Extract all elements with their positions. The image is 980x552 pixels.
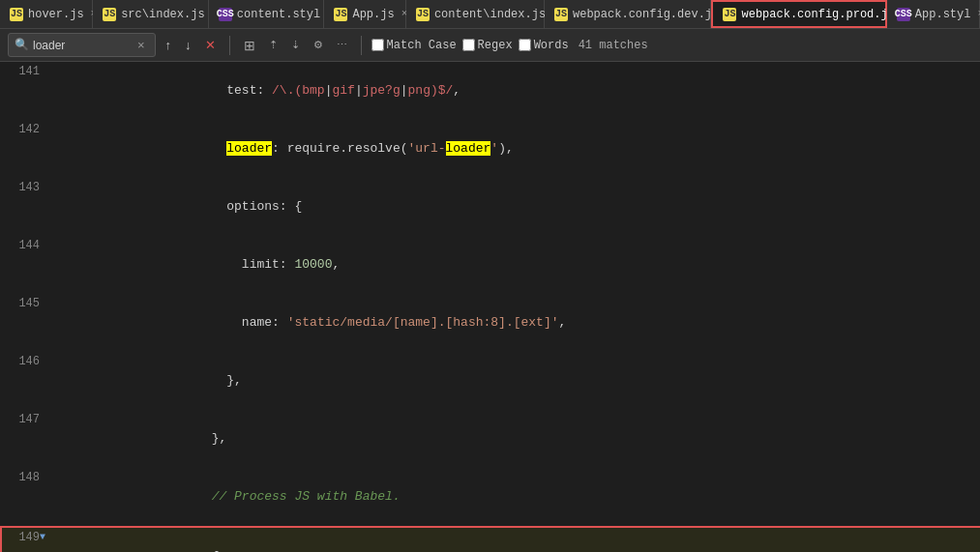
js-icon: JS bbox=[334, 8, 347, 21]
js-icon: JS bbox=[554, 8, 568, 21]
code-line: name: 'static/media/[name].[hash:8].[ext… bbox=[45, 294, 980, 352]
code-line: loader: require.resolve('url-loader'), bbox=[45, 120, 980, 178]
code-line: options: { bbox=[45, 178, 980, 236]
table-row: 144 limit: 10000, bbox=[1, 236, 980, 294]
line-number: 147 bbox=[1, 410, 40, 468]
line-number: 148 bbox=[1, 468, 40, 527]
next-match-button[interactable]: ↓ bbox=[181, 36, 195, 54]
js-icon: JS bbox=[723, 8, 736, 21]
code-line: { bbox=[45, 527, 980, 552]
table-row: 142 loader: require.resolve('url-loader'… bbox=[1, 120, 980, 178]
tab-bar: JS hover.js × JS src\index.js × CSS cont… bbox=[0, 0, 980, 29]
js-icon: JS bbox=[416, 8, 430, 21]
code-table: 141 test: /\.(bmp|gif|jpe?g|png)$/, 142 … bbox=[0, 62, 980, 552]
code-area: 141 test: /\.(bmp|gif|jpe?g|png)$/, 142 … bbox=[0, 62, 980, 552]
tab-app[interactable]: JS App.js × bbox=[324, 0, 405, 28]
separator2 bbox=[361, 36, 362, 55]
search-icon: 🔍 bbox=[15, 38, 29, 52]
table-row: 147 }, bbox=[1, 410, 980, 468]
tab-hover[interactable]: JS hover.js × bbox=[0, 0, 93, 28]
match-case-text: Match Case bbox=[387, 39, 457, 52]
close-search-button[interactable]: ✕ bbox=[201, 36, 220, 54]
loader-highlight: loader bbox=[226, 141, 272, 156]
js-icon: JS bbox=[10, 8, 23, 21]
table-row: 145 name: 'static/media/[name].[hash:8].… bbox=[1, 294, 980, 352]
line-number: 145 bbox=[1, 294, 40, 352]
code-line: test: /\.(bmp|gif|jpe?g|png)$/, bbox=[45, 62, 980, 120]
action-btn-2[interactable]: ⇡ bbox=[265, 37, 282, 53]
code-line: limit: 10000, bbox=[45, 236, 980, 294]
regex-checkbox[interactable] bbox=[462, 39, 475, 51]
separator bbox=[229, 36, 230, 55]
tab-label: hover.js bbox=[28, 8, 84, 21]
tab-label: content.styl bbox=[237, 8, 320, 21]
regex-label[interactable]: Regex bbox=[462, 39, 513, 52]
tab-label: App.styl bbox=[915, 8, 971, 21]
tab-srcindex[interactable]: JS src\index.js × bbox=[93, 0, 209, 28]
search-input-wrap: 🔍 × bbox=[8, 33, 156, 57]
table-row: 146 }, bbox=[1, 352, 980, 410]
clear-search-button[interactable]: × bbox=[134, 36, 149, 54]
action-btn-4[interactable]: ⚙ bbox=[310, 37, 327, 53]
line-number: 143 bbox=[1, 178, 40, 236]
table-row: 143 options: { bbox=[1, 178, 980, 236]
line-number: 144 bbox=[1, 236, 40, 294]
action-btn-1[interactable]: ⊞ bbox=[240, 36, 259, 55]
tab-label: content\index.js bbox=[434, 8, 546, 21]
match-count: 41 matches bbox=[579, 39, 648, 52]
search-bar: 🔍 × ↑ ↓ ✕ ⊞ ⇡ ⇣ ⚙ ⋯ Match Case Regex Wor… bbox=[0, 29, 980, 62]
loader-highlight: loader bbox=[446, 141, 491, 156]
line-number: 142 bbox=[1, 120, 40, 178]
app-window: JS hover.js × JS src\index.js × CSS cont… bbox=[0, 0, 980, 552]
table-row: 141 test: /\.(bmp|gif|jpe?g|png)$/, bbox=[1, 62, 980, 120]
tab-close-appstyl[interactable]: × bbox=[975, 9, 980, 19]
tab-webpackdev[interactable]: JS webpack.config.dev.js × bbox=[545, 0, 711, 28]
table-row: 148 // Process JS with Babel. bbox=[1, 468, 980, 527]
js-icon: JS bbox=[103, 8, 116, 21]
tab-label: src\index.js bbox=[121, 8, 204, 21]
table-row: 149 ▼ { bbox=[1, 527, 980, 552]
css-icon: CSS bbox=[219, 8, 232, 21]
match-case-checkbox[interactable] bbox=[371, 39, 384, 51]
tab-label: App.js bbox=[352, 8, 394, 21]
words-label[interactable]: Words bbox=[519, 39, 569, 52]
css-icon: CSS bbox=[897, 8, 910, 21]
regex-text: Regex bbox=[478, 39, 513, 52]
tab-label: webpack.config.dev.js bbox=[573, 8, 719, 21]
action-btn-5[interactable]: ⋯ bbox=[333, 37, 351, 53]
code-line: }, bbox=[45, 352, 980, 410]
match-case-label[interactable]: Match Case bbox=[371, 39, 457, 52]
tab-label: webpack.config.prod.js bbox=[741, 8, 894, 21]
tab-contentindex[interactable]: JS content\index.js × bbox=[406, 0, 545, 28]
search-input[interactable] bbox=[33, 39, 130, 52]
action-btn-3[interactable]: ⇣ bbox=[287, 37, 304, 53]
tab-appstyl[interactable]: CSS App.styl × bbox=[887, 0, 980, 28]
line-number: 149 bbox=[1, 527, 40, 552]
code-line: }, bbox=[45, 410, 980, 468]
prev-match-button[interactable]: ↑ bbox=[162, 36, 176, 54]
words-checkbox[interactable] bbox=[519, 39, 531, 51]
code-line: // Process JS with Babel. bbox=[45, 468, 980, 527]
tab-webpackprod[interactable]: JS webpack.config.prod.js × bbox=[711, 0, 886, 28]
words-text: Words bbox=[534, 39, 569, 52]
line-number: 146 bbox=[1, 352, 40, 410]
line-number: 141 bbox=[1, 62, 40, 120]
tab-contentstyl[interactable]: CSS content.styl × bbox=[209, 0, 325, 28]
